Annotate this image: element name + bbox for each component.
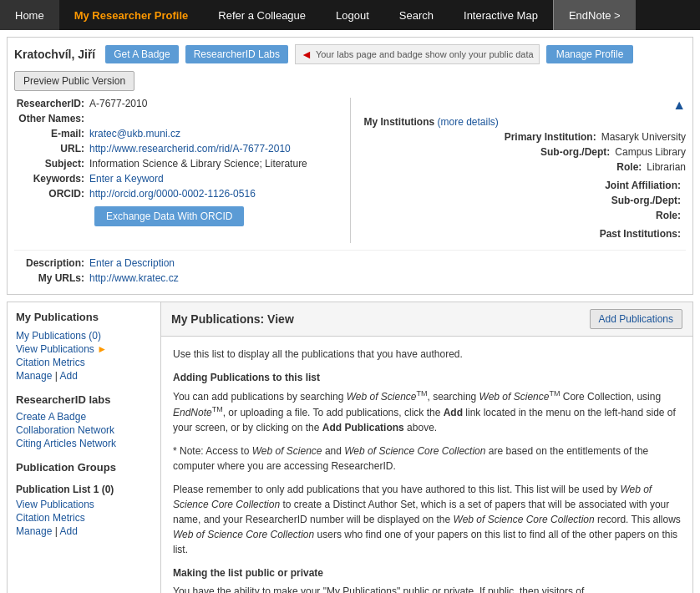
orcid-link[interactable]: http://orcid.org/0000-0002-1126-0516 (89, 188, 256, 200)
making-list-body: You have the ability to make your "My Pu… (173, 584, 681, 593)
content-body: Use this list to display all the publica… (161, 337, 692, 593)
nav-endnote[interactable]: EndNote > (553, 0, 636, 30)
joint-sub-org-row: Sub-org./Dept: (364, 195, 687, 206)
role-row: Role: Librarian (364, 161, 687, 173)
manage-profile-button[interactable]: Manage Profile (546, 45, 634, 63)
sidebar-manage-link[interactable]: Manage (16, 370, 52, 382)
sidebar-citing-articles-link[interactable]: Citing Articles Network (16, 438, 152, 449)
arrow-left-icon: ◄ (301, 48, 312, 61)
description-link[interactable]: Enter a Description (89, 257, 175, 269)
sidebar-pub-list-link: Publication List 1 (0) (16, 484, 152, 495)
orcid-value: http://orcid.org/0000-0002-1126-0516 (89, 188, 256, 200)
arrow-right-icon: ► (97, 343, 107, 355)
urls-link[interactable]: http://www.kratec.cz (89, 272, 179, 284)
content-intro: Use this list to display all the publica… (173, 347, 681, 362)
subject-value: Information Science & Library Science; L… (89, 158, 307, 170)
adding-publications-body: You can add publications by searching We… (173, 388, 681, 435)
url-value: http://www.researcherid.com/rid/A-7677-2… (89, 143, 291, 155)
labs-note: ◄ Your labs page and badge show only you… (295, 44, 540, 64)
adding-publications-title: Adding Publications to this list (173, 370, 681, 385)
role-value: Librarian (647, 161, 686, 173)
profile-left: ResearcherID: A-7677-2010 Other Names: E… (14, 98, 337, 243)
sub-org-value: Campus Library (615, 146, 686, 158)
joint-affil-label: Joint Affiliation: (605, 180, 686, 191)
add-publications-button[interactable]: Add Publications (590, 309, 682, 329)
more-details-link[interactable]: (more details) (438, 116, 499, 128)
orcid-btn-row: Exchange Data With ORCID (14, 203, 337, 226)
orcid-label: ORCID: (14, 188, 89, 200)
sidebar-view-publications-link[interactable]: View Publications ► (16, 343, 152, 355)
keywords-value: Enter a Keyword (89, 173, 164, 185)
profile-name: Kratochvíl, Jiří (14, 48, 95, 61)
sidebar-manage-row: Manage | Add (16, 370, 152, 382)
institutions-row: My Institutions (more details) (364, 116, 687, 128)
subject-row: Subject: Information Science & Library S… (14, 158, 337, 170)
primary-inst-row: Primary Institution: Masaryk University (364, 131, 687, 143)
urls-row: My URLs: http://www.kratec.cz (14, 272, 686, 284)
nav-refer-colleague[interactable]: Refer a Colleague (203, 0, 321, 30)
main-nav: Home My Researcher Profile Refer a Colle… (0, 0, 700, 30)
profile-right: ▲ My Institutions (more details) Primary… (350, 98, 687, 243)
note-line: * Note: Access to Web of Science and Web… (173, 443, 681, 474)
urls-value: http://www.kratec.cz (89, 272, 179, 284)
joint-role-label: Role: (656, 210, 686, 221)
keywords-row: Keywords: Enter a Keyword (14, 173, 337, 185)
sidebar-pub-list-manage-link[interactable]: Manage (16, 525, 52, 537)
description-row: Description: Enter a Description (14, 257, 686, 269)
email-value: kratec@ukb.muni.cz (89, 128, 180, 139)
remember-body: Please remember to only add publications… (173, 482, 681, 557)
get-badge-button[interactable]: Get A Badge (105, 45, 178, 63)
institutions-label: My Institutions (364, 116, 435, 128)
sidebar-my-publications-link[interactable]: My Publications (0) (16, 330, 152, 342)
sidebar-create-badge-link[interactable]: Create A Badge (16, 411, 152, 423)
sidebar-pub-list-citation-link[interactable]: Citation Metrics (16, 512, 152, 524)
making-list-title: Making the list public or private (173, 565, 681, 580)
keywords-link[interactable]: Enter a Keyword (89, 173, 164, 185)
other-names-row: Other Names: (14, 113, 337, 124)
nav-my-researcher-profile[interactable]: My Researcher Profile (59, 0, 204, 30)
profile-header: Kratochvíl, Jiří Get A Badge ResearcherI… (14, 44, 686, 91)
email-row: E-mail: kratec@ukb.muni.cz (14, 128, 337, 139)
description-value: Enter a Description (89, 257, 175, 269)
role-label: Role: (616, 161, 647, 173)
sidebar-pub-groups-header: Publication Groups (16, 461, 152, 474)
profile-section: Kratochvíl, Jiří Get A Badge ResearcherI… (7, 37, 693, 295)
main-area: My Publications My Publications (0) View… (7, 302, 693, 593)
researcher-id-label: ResearcherID: (14, 98, 89, 109)
orcid-row: ORCID: http://orcid.org/0000-0002-1126-0… (14, 188, 337, 200)
urls-label: My URLs: (14, 272, 89, 284)
description-label: Description: (14, 257, 89, 269)
sidebar-labs-header: ResearcherID labs (16, 393, 152, 406)
sidebar-add-link[interactable]: Add (60, 370, 78, 382)
keywords-label: Keywords: (14, 173, 89, 185)
subject-label: Subject: (14, 158, 89, 170)
nav-home[interactable]: Home (0, 0, 59, 30)
profile-grid: ResearcherID: A-7677-2010 Other Names: E… (14, 98, 686, 243)
primary-inst-label: Primary Institution: (505, 131, 601, 143)
sidebar-pub-list-add-link[interactable]: Add (60, 525, 78, 537)
nav-interactive-map[interactable]: Interactive Map (449, 0, 553, 30)
exchange-orcid-button[interactable]: Exchange Data With ORCID (94, 206, 244, 226)
sidebar-collab-network-link[interactable]: Collaboration Network (16, 424, 152, 436)
nav-logout[interactable]: Logout (321, 0, 384, 30)
primary-inst-value: Masaryk University (601, 131, 686, 143)
up-arrow-icon: ▲ (364, 98, 687, 113)
preview-public-version-button[interactable]: Preview Public Version (14, 71, 134, 91)
researcher-id-value: A-7677-2010 (89, 98, 147, 109)
email-link[interactable]: kratec@ukb.muni.cz (89, 128, 180, 139)
sidebar-pub-list-manage-row: Manage | Add (16, 525, 152, 537)
researcherid-labs-button[interactable]: ResearcherID Labs (185, 45, 288, 63)
joint-role-row: Role: (364, 210, 687, 221)
nav-search[interactable]: Search (384, 0, 449, 30)
description-section: Description: Enter a Description My URLs… (14, 250, 686, 284)
sub-org-row: Sub-org./Dept: Campus Library (364, 146, 687, 158)
content-header: My Publications: View Add Publications (161, 302, 692, 337)
sidebar-pub-list-view-link[interactable]: View Publications (16, 499, 152, 510)
url-link[interactable]: http://www.researcherid.com/rid/A-7677-2… (89, 143, 291, 155)
content-title: My Publications: View (171, 312, 294, 326)
content-panel: My Publications: View Add Publications U… (161, 302, 693, 593)
past-inst-label: Past Institutions: (600, 228, 686, 240)
researcher-id-row: ResearcherID: A-7677-2010 (14, 98, 337, 109)
sidebar: My Publications My Publications (0) View… (7, 302, 161, 593)
sidebar-citation-metrics-link[interactable]: Citation Metrics (16, 357, 152, 368)
